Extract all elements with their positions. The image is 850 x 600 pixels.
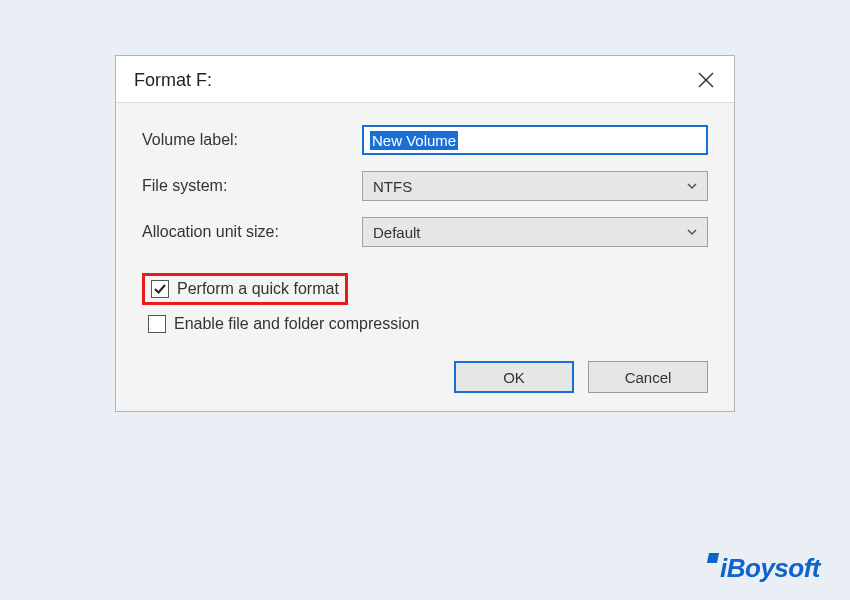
quick-format-checkbox-row[interactable]: Perform a quick format: [142, 273, 348, 305]
quick-format-checkbox[interactable]: [151, 280, 169, 298]
format-dialog: Format F: Volume label: New Volume File …: [115, 55, 735, 412]
allocation-unit-value: Default: [373, 224, 421, 241]
volume-label-row: Volume label: New Volume: [142, 125, 708, 155]
allocation-unit-row: Allocation unit size: Default: [142, 217, 708, 247]
close-button[interactable]: [692, 66, 720, 94]
volume-label-input[interactable]: New Volume: [362, 125, 708, 155]
allocation-unit-label: Allocation unit size:: [142, 223, 362, 241]
file-system-label: File system:: [142, 177, 362, 195]
quick-format-label: Perform a quick format: [177, 280, 339, 298]
watermark-logo: iBoysoft: [708, 553, 820, 584]
dialog-content: Volume label: New Volume File system: NT…: [116, 103, 734, 411]
volume-label-value: New Volume: [370, 131, 458, 150]
allocation-unit-select[interactable]: Default: [362, 217, 708, 247]
file-system-select[interactable]: NTFS: [362, 171, 708, 201]
chevron-down-icon: [685, 225, 699, 239]
file-system-row: File system: NTFS: [142, 171, 708, 201]
cancel-button[interactable]: Cancel: [588, 361, 708, 393]
enable-compression-checkbox-row[interactable]: Enable file and folder compression: [142, 311, 708, 337]
chevron-down-icon: [685, 179, 699, 193]
check-icon: [153, 282, 167, 296]
window-title: Format F:: [134, 70, 212, 91]
logo-dot-icon: [707, 553, 719, 563]
titlebar: Format F:: [116, 56, 734, 103]
watermark-text: iBoysoft: [720, 553, 820, 583]
button-row: OK Cancel: [142, 361, 708, 393]
enable-compression-checkbox[interactable]: [148, 315, 166, 333]
checkbox-group: Perform a quick format Enable file and f…: [142, 273, 708, 337]
enable-compression-label: Enable file and folder compression: [174, 315, 419, 333]
volume-label-label: Volume label:: [142, 131, 362, 149]
file-system-value: NTFS: [373, 178, 412, 195]
close-icon: [697, 71, 715, 89]
ok-button[interactable]: OK: [454, 361, 574, 393]
